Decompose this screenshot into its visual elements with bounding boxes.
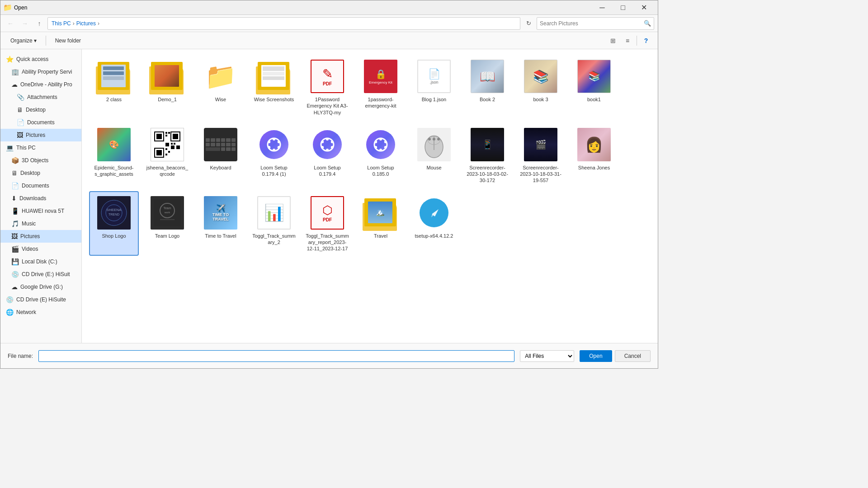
svg-rect-8 (165, 135, 167, 136)
quick-access-icon: ⭐ (6, 56, 14, 63)
desktop-icon: 🖥 (17, 106, 23, 113)
maximize-button[interactable]: □ (613, 0, 633, 15)
breadcrumb-this-pc[interactable]: This PC (52, 20, 71, 27)
sidebar-label-downloads: Downloads (19, 195, 46, 202)
file-item-loom-1[interactable]: Loom Setup 0.179.4 (1) (249, 123, 299, 188)
sidebar-item-this-pc[interactable]: 💻 This PC (0, 141, 81, 154)
file-item-mouse[interactable]: Mouse (409, 123, 459, 188)
file-item-book2[interactable]: 📖 Book 2 (462, 55, 512, 119)
close-button[interactable]: ✕ (633, 0, 654, 15)
file-name-1password: 1Password Emergency Kit A3-HLY3TQ-my (305, 96, 349, 116)
svg-text:TREND: TREND (108, 213, 119, 216)
sidebar-item-quick-access[interactable]: ⭐ Quick access (0, 53, 81, 66)
file-item-epidemic[interactable]: 🎨 Epidemic_Sound-s_graphic_assets (89, 123, 139, 188)
file-item-travel[interactable]: 🏔️ Travel (356, 191, 406, 256)
sidebar-item-videos[interactable]: 🎬 Videos (0, 243, 81, 255)
sidebar-item-google-drive[interactable]: ☁ Google Drive (G:) (0, 281, 81, 293)
file-item-sheena[interactable]: 👩 Sheena Jones (569, 123, 619, 188)
svg-text:Team: Team (163, 206, 171, 210)
sidebar-label-onedrive: OneDrive - Ability Pro (20, 81, 72, 88)
file-name-team-logo: Team Logo (155, 233, 179, 239)
sidebar-item-downloads[interactable]: ⬇ Downloads (0, 192, 81, 205)
sidebar-item-ability[interactable]: 🏢 Ability Property Servi (0, 66, 81, 78)
sidebar-item-attachments[interactable]: 📎 Attachments (0, 91, 81, 103)
file-item-team-logo[interactable]: Team work Team Logo (142, 191, 192, 256)
svg-rect-2 (156, 134, 162, 139)
sidebar-item-3d-objects[interactable]: 📦 3D Objects (0, 154, 81, 167)
file-item-screen2[interactable]: 🎬 Screenrecorder-2023-10-18-03-31-19-557 (516, 123, 566, 188)
sidebar-item-documents[interactable]: 📄 Documents (0, 116, 81, 129)
file-thumb-sheena: 👩 (576, 127, 612, 163)
sidebar-label-attachments: Attachments (27, 94, 57, 100)
file-item-blog-json[interactable]: 📄 .json Blog 1.json (409, 55, 459, 119)
organize-label: Organize (10, 38, 33, 44)
new-folder-label: New folder (55, 38, 81, 44)
sidebar-item-cd-drive[interactable]: 💿 CD Drive (E:) HiSuit (0, 268, 81, 281)
view-options-button[interactable]: ⊞ (607, 35, 619, 47)
svg-point-35 (384, 146, 387, 149)
dialog-title: Open (14, 5, 592, 11)
file-item-wise-screenshots[interactable]: Wise Screenshots (249, 55, 299, 119)
file-item-book3[interactable]: 📚 book 3 (516, 55, 566, 119)
forward-button[interactable]: → (19, 17, 31, 30)
file-item-qr[interactable]: jsheena_beacons_qrcode (142, 123, 192, 188)
shop-logo-thumb: SHEENA TREND (97, 196, 131, 230)
filetype-select[interactable]: All Files Image Files All Files (*.*) (520, 350, 574, 362)
file-name-loom-2: Loom Setup 0.179.4 (305, 164, 349, 178)
file-item-shop-logo[interactable]: SHEENA TREND Shop Logo (89, 191, 139, 256)
sidebar-item-pictures[interactable]: 🖼 Pictures (0, 129, 81, 141)
up-button[interactable]: ↑ (33, 17, 46, 30)
file-item-2-class[interactable]: 2 class (89, 55, 139, 119)
organize-button[interactable]: Organize ▾ (6, 35, 41, 47)
minimize-button[interactable]: ─ (592, 0, 613, 15)
svg-text:work: work (164, 211, 171, 214)
sidebar-item-music[interactable]: 🎵 Music (0, 217, 81, 230)
telegram-icon (420, 198, 448, 227)
file-item-1password[interactable]: ✎ PDF 1Password Emergency Kit A3-HLY3TQ-… (302, 55, 352, 119)
file-item-keyboard[interactable]: Keyboard (196, 123, 245, 188)
cancel-button[interactable]: Cancel (615, 350, 651, 362)
file-item-toggl-pdf[interactable]: ⬡ PDF Toggl_Track_summary_report_2023-12… (302, 191, 352, 256)
sidebar-item-local-disk[interactable]: 💾 Local Disk (C:) (0, 255, 81, 268)
new-folder-button[interactable]: New folder (51, 35, 85, 47)
bottom-bar: File name: All Files Image Files All Fil… (0, 343, 658, 368)
sidebar-label-documents2: Documents (22, 183, 49, 189)
file-area: 2 class Demo_1 📁 (82, 49, 658, 343)
file-item-wise[interactable]: 📁 Wise (196, 55, 245, 119)
file-item-loom-3[interactable]: Loom Setup 0.185.0 (356, 123, 406, 188)
filename-label: File name: (8, 353, 33, 359)
file-item-time-travel[interactable]: ✈️ TIME TO TRAVEL Time to Travel (196, 191, 245, 256)
svg-rect-7 (165, 132, 167, 134)
file-item-toggl-summary[interactable]: 📊 Toggl_Track_summary_2 (249, 191, 299, 256)
sidebar-item-huawei[interactable]: 📱 HUAWEI nova 5T (0, 205, 81, 217)
refresh-button[interactable]: ↻ (522, 17, 535, 30)
search-input[interactable] (540, 20, 644, 27)
sidebar-item-documents2[interactable]: 📄 Documents (0, 179, 81, 192)
filename-input[interactable] (38, 350, 514, 362)
file-item-tsetup[interactable]: tsetup-x64.4.12.2 (409, 191, 459, 256)
sidebar-item-desktop2[interactable]: 🖥 Desktop (0, 167, 81, 179)
file-thumb-loom-3 (363, 127, 399, 163)
sidebar-item-desktop[interactable]: 🖥 Desktop (0, 103, 81, 116)
downloads-icon: ⬇ (11, 195, 17, 202)
file-item-book1[interactable]: 📚 book1 (569, 55, 619, 119)
file-item-screen1[interactable]: 📱 Screenrecorder-2023-10-18-03-02-30-172 (462, 123, 512, 188)
sidebar-label-music: Music (22, 221, 36, 227)
file-item-demo-1[interactable]: Demo_1 (142, 55, 192, 119)
svg-rect-12 (174, 143, 175, 145)
file-item-loom-2[interactable]: Loom Setup 0.179.4 (302, 123, 352, 188)
search-box: 🔍 (537, 17, 654, 30)
view-toggle-button[interactable]: ≡ (621, 35, 634, 47)
help-button[interactable]: ? (640, 35, 652, 47)
open-button[interactable]: Open (580, 350, 612, 362)
back-button[interactable]: ← (4, 17, 17, 30)
file-thumb-book3: 📚 (523, 58, 559, 94)
file-item-1password-emer[interactable]: 🔒 Emergency Kit 1password-emergency-kit (356, 55, 406, 119)
file-thumb-keyboard (203, 127, 239, 163)
sidebar-item-onedrive[interactable]: ☁ OneDrive - Ability Pro (0, 78, 81, 91)
file-thumb-2-class (96, 58, 132, 94)
sidebar-item-network[interactable]: 🌐 Network (0, 306, 81, 319)
sidebar-item-pictures2[interactable]: 🖼 Pictures (0, 230, 81, 243)
breadcrumb-pictures[interactable]: Pictures (76, 20, 96, 27)
sidebar-item-cd-drive2[interactable]: 💿 CD Drive (E) HiSuite (0, 293, 81, 306)
